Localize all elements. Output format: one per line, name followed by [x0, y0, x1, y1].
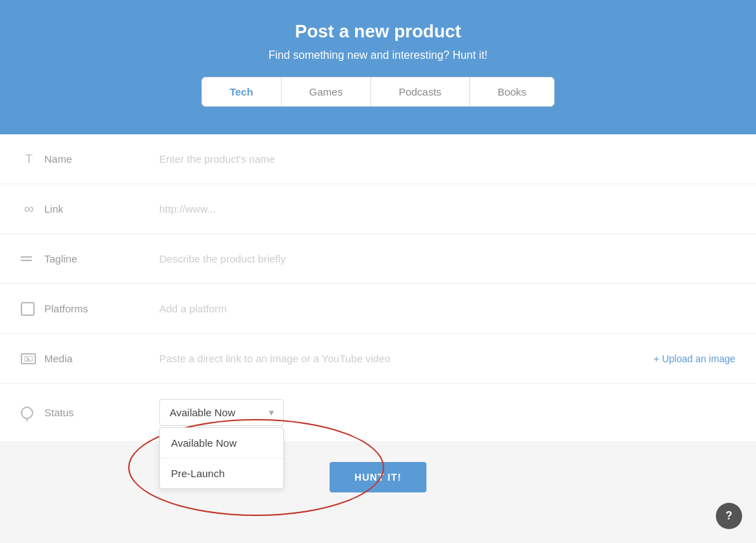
status-select-wrapper: Available Now Pre-Launch ▼	[159, 399, 284, 426]
tab-tech[interactable]: Tech	[202, 78, 282, 106]
link-input[interactable]	[159, 203, 735, 215]
status-dropdown: Available Now Pre-Launch	[159, 427, 284, 489]
media-icon	[21, 353, 37, 364]
hunt-it-button[interactable]: HUNT IT!	[330, 462, 426, 492]
tagline-icon	[21, 256, 37, 261]
dropdown-item-prelaunch[interactable]: Pre-Launch	[160, 458, 283, 488]
media-label: Media	[44, 353, 73, 364]
footer-area: HUNT IT!	[0, 441, 756, 513]
status-icon	[21, 407, 37, 419]
form-area: T Name ∞ Link Tagline	[0, 134, 756, 441]
page-subtitle: Find something new and interesting? Hunt…	[14, 49, 742, 62]
tab-books[interactable]: Books	[470, 78, 555, 106]
platforms-label: Platforms	[44, 303, 88, 314]
link-icon: ∞	[21, 201, 37, 217]
page-header: Post a new product Find something new an…	[0, 0, 756, 134]
status-row: Status Available Now Pre-Launch ▼ Availa…	[0, 384, 756, 441]
media-label-group: Media	[21, 353, 159, 364]
help-button[interactable]: ?	[716, 503, 742, 529]
platforms-row: Platforms	[0, 284, 756, 334]
name-label-group: T Name	[21, 152, 159, 166]
tabs: Tech Games Podcasts Books	[201, 77, 555, 107]
name-label: Name	[44, 153, 72, 165]
link-row: ∞ Link	[0, 184, 756, 234]
svg-point-1	[26, 357, 28, 358]
name-icon: T	[21, 152, 37, 166]
name-input[interactable]	[159, 153, 735, 165]
link-label-group: ∞ Link	[21, 201, 159, 217]
platforms-input[interactable]	[159, 303, 735, 314]
platforms-icon	[21, 302, 37, 316]
dropdown-item-available[interactable]: Available Now	[160, 428, 283, 458]
link-label: Link	[44, 203, 64, 215]
status-select[interactable]: Available Now Pre-Launch	[159, 399, 284, 426]
status-select-container: Available Now Pre-Launch ▼ Available Now…	[159, 399, 284, 426]
media-input[interactable]	[159, 353, 654, 364]
platforms-label-group: Platforms	[21, 302, 159, 316]
tabs-container: Tech Games Podcasts Books	[14, 77, 742, 107]
tagline-row: Tagline	[0, 234, 756, 284]
tagline-label: Tagline	[44, 253, 78, 265]
page-title: Post a new product	[14, 21, 742, 42]
status-label: Status	[44, 407, 74, 418]
media-row: Media + Upload an image	[0, 334, 756, 384]
status-label-group: Status	[21, 407, 159, 419]
tagline-input[interactable]	[159, 253, 735, 265]
tagline-label-group: Tagline	[21, 253, 159, 265]
tab-podcasts[interactable]: Podcasts	[371, 78, 470, 106]
tab-games[interactable]: Games	[282, 78, 371, 106]
upload-image-link[interactable]: + Upload an image	[654, 353, 735, 364]
name-row: T Name	[0, 134, 756, 184]
